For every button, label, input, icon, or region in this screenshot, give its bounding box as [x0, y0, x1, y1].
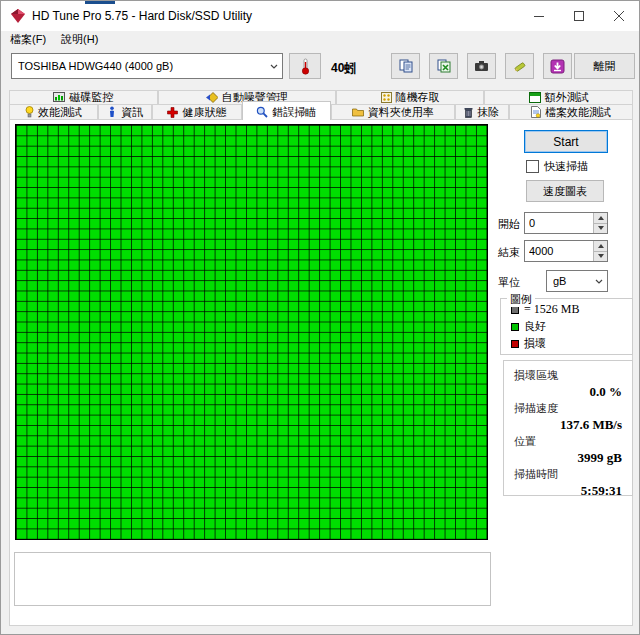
error-scan-icon [256, 106, 268, 118]
stat-value: 137.6 MB/s [514, 417, 622, 434]
temperature-button[interactable] [289, 53, 321, 79]
extra-tests-icon [529, 92, 541, 103]
screenshot-button[interactable] [467, 53, 496, 79]
menu-file[interactable]: 檔案(F) [4, 31, 52, 48]
file-benchmark-icon [531, 106, 541, 118]
tab-file-benchmark[interactable]: 檔案效能測試 [509, 104, 633, 119]
tab-benchmark[interactable]: 效能測試 [9, 104, 98, 119]
maximize-icon[interactable] [559, 1, 599, 31]
speed-map-button[interactable]: 速度圖表 [526, 180, 604, 202]
range-start-field [524, 212, 608, 234]
info-icon [107, 106, 117, 118]
drive-select[interactable]: TOSHIBA HDWG440 (4000 gB) [11, 53, 283, 79]
stat-label: 掃描時間 [514, 467, 622, 483]
stat-value: 0.0 % [514, 384, 622, 401]
spin-down-icon[interactable] [594, 251, 607, 262]
speed-map-area [14, 552, 491, 606]
tab-label: 磁碟監控 [69, 92, 113, 103]
tab-health[interactable]: 健康狀態 [152, 104, 241, 119]
benchmark-icon [25, 106, 34, 118]
legend-title: 圖例 [507, 292, 535, 307]
tab-label: 抹除 [477, 107, 499, 118]
tab-label: 資料夾使用率 [368, 107, 434, 118]
range-start-input[interactable] [525, 213, 593, 233]
save-text-icon [513, 59, 527, 73]
tab-label: 額外測試 [545, 92, 589, 103]
spin-up-icon[interactable] [594, 241, 607, 251]
update-button[interactable] [543, 53, 572, 79]
random-access-icon [381, 92, 392, 103]
update-icon [550, 59, 565, 74]
close-icon[interactable] [599, 1, 639, 31]
tab-label: 資訊 [121, 107, 143, 118]
unit-select[interactable]: gB [546, 270, 608, 292]
stat-label: 掃描速度 [514, 401, 622, 417]
range-end-label: 結束 [498, 245, 520, 260]
minimize-icon[interactable] [519, 1, 559, 31]
scan-stats-panel: 損壞區塊 0.0 % 掃描速度 137.6 MB/s 位置 3999 gB 掃描… [503, 360, 633, 496]
tab-extra-tests[interactable]: 額外測試 [484, 90, 633, 104]
menu-bar: 檔案(F) 說明(H) [1, 31, 639, 48]
menu-help[interactable]: 說明(H) [55, 31, 104, 48]
block-grid [15, 124, 488, 540]
legend-bad-label: 損壞 [524, 337, 546, 350]
tab-error-scan[interactable]: 錯誤掃瞄 [242, 101, 331, 120]
spin-up-icon[interactable] [594, 213, 607, 223]
disk-monitor-icon [53, 92, 65, 103]
thermometer-icon [301, 58, 310, 75]
screenshot-icon [474, 60, 489, 72]
save-text-button[interactable] [505, 53, 534, 79]
tab-info[interactable]: 資訊 [98, 104, 152, 119]
tab-random-access[interactable]: 隨機存取 [336, 90, 485, 104]
tab-folder-usage[interactable]: 資料夾使用率 [331, 104, 455, 119]
unit-label: 單位 [498, 275, 520, 290]
stat-label: 損壞區塊 [514, 368, 622, 384]
legend-good-label: 良好 [524, 320, 546, 333]
legend-bad: 損壞 [511, 337, 632, 350]
toolbar: TOSHIBA HDWG440 (4000 gB) 40蚓 [1, 48, 639, 89]
chevron-down-icon [591, 279, 607, 284]
screenshot-artifact [85, 1, 115, 4]
spin-down-icon[interactable] [594, 223, 607, 234]
health-icon [167, 107, 178, 118]
unit-select-value: gB [547, 275, 591, 287]
copy-button[interactable] [391, 53, 420, 79]
acoustic-management-icon [206, 92, 218, 103]
stat-value: 3999 gB [514, 450, 622, 467]
tab-label: 錯誤掃瞄 [272, 107, 316, 118]
copy-icon [399, 59, 413, 73]
tab-erase[interactable]: 抹除 [455, 104, 509, 119]
quick-scan-checkbox[interactable] [526, 160, 539, 173]
range-start-label: 開始 [498, 217, 520, 232]
quick-scan-row: 快速掃描 [526, 159, 588, 174]
legend-good-swatch [511, 323, 519, 331]
hd-tune-window: HD Tune Pro 5.75 - Hard Disk/SSD Utility… [0, 0, 640, 635]
title-bar: HD Tune Pro 5.75 - Hard Disk/SSD Utility [1, 1, 639, 31]
range-end-field [524, 240, 608, 262]
tab-label: 健康狀態 [182, 107, 226, 118]
range-start-spinner [593, 213, 607, 233]
stat-label: 位置 [514, 434, 622, 450]
tab-label: 效能測試 [38, 107, 82, 118]
copy-to-file-button[interactable] [429, 53, 458, 79]
tab-control: 磁碟監控 自動噪聲管理 隨機存取 [9, 90, 633, 120]
folder-usage-icon [352, 107, 364, 117]
temperature-value: 40蚓 [331, 60, 356, 77]
tab-row-2: 效能測試 資訊 健康狀態 錯誤掃瞄 [9, 104, 633, 120]
erase-icon [464, 107, 473, 118]
exit-button[interactable]: 離開 [574, 53, 635, 79]
tab-disk-monitor[interactable]: 磁碟監控 [9, 90, 158, 104]
start-button[interactable]: Start [524, 130, 608, 153]
range-end-spinner [593, 241, 607, 261]
legend-good: 良好 [511, 320, 632, 333]
tab-label: 檔案效能測試 [545, 107, 611, 118]
app-icon [10, 8, 26, 24]
copy-to-file-icon [437, 59, 451, 73]
chevron-down-icon [266, 64, 282, 69]
range-end-input[interactable] [525, 241, 593, 261]
legend-bad-swatch [511, 340, 519, 348]
error-scan-page: Start 快速掃描 速度圖表 開始 結束 單位 gB [9, 119, 633, 626]
tab-label: 隨機存取 [396, 92, 440, 103]
window-controls [519, 1, 639, 31]
stat-value: 5:59:31 [514, 483, 622, 500]
